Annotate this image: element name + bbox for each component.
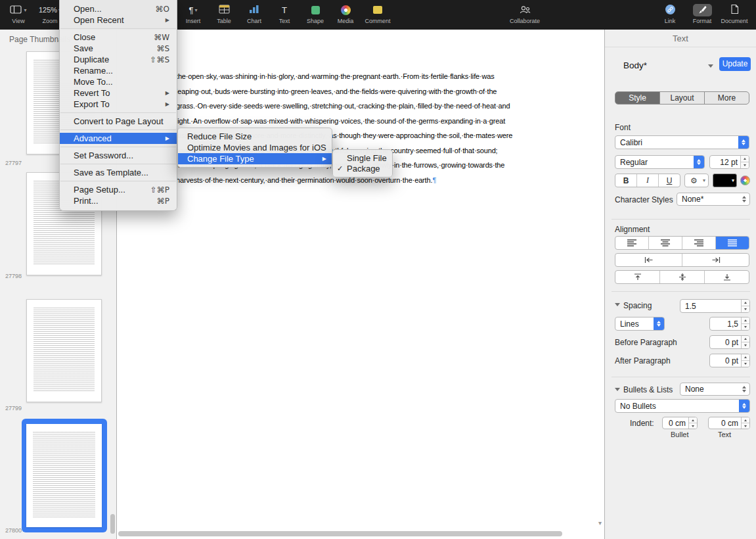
menu-item-print[interactable]: Print...⌘P — [60, 195, 177, 206]
menu-item-set-password[interactable]: Set Password... — [60, 150, 177, 161]
after-paragraph-stepper[interactable]: 0 pt — [709, 354, 750, 367]
shape-button[interactable]: Shape — [301, 3, 330, 24]
before-paragraph-label: Before Paragraph — [615, 338, 677, 347]
menu-item-save[interactable]: Save⌘S — [60, 43, 177, 54]
align-top-button[interactable] — [615, 271, 660, 283]
font-size-stepper[interactable]: 12 pt — [709, 155, 749, 169]
style-popup-arrow-icon[interactable] — [708, 64, 713, 68]
collaborate-button[interactable]: Collaborate — [502, 3, 548, 24]
italic-button[interactable]: I — [637, 174, 659, 187]
color-wheel-button[interactable] — [740, 176, 750, 185]
page-number: 27797 — [5, 160, 22, 166]
horizontal-scrollbar-thumb[interactable] — [118, 531, 562, 536]
stepper-arrows-icon[interactable] — [741, 417, 749, 429]
tab-style[interactable]: Style — [615, 92, 660, 104]
align-justify-button[interactable] — [716, 237, 749, 249]
menu-item-move-to[interactable]: Move To... — [60, 76, 177, 87]
update-button[interactable]: Update — [719, 57, 751, 71]
menu-item-reduce-file-size[interactable]: Reduce File Size — [178, 131, 332, 142]
menu-item-export-to[interactable]: Export To▶ — [60, 99, 177, 110]
menu-item-revert-to[interactable]: Revert To▶ — [60, 87, 177, 99]
popup-arrows-icon — [739, 383, 749, 395]
menu-item-single-file[interactable]: Single File — [333, 152, 392, 164]
format-button[interactable]: Format — [686, 3, 719, 24]
document-button[interactable]: Document — [716, 3, 753, 24]
bullets-disclosure-icon[interactable] — [615, 388, 620, 391]
align-middle-button[interactable] — [660, 271, 705, 283]
menu-item-open-recent[interactable]: Open Recent▶ — [60, 14, 177, 26]
bullet-style-popup[interactable]: No Bullets — [615, 399, 750, 413]
link-button[interactable]: Link — [656, 3, 684, 24]
advanced-font-options-popup[interactable]: ⚙ ▾ — [684, 174, 709, 187]
spacing-mode-popup[interactable]: Lines — [615, 317, 665, 331]
menu-item-duplicate[interactable]: Duplicate⇧⌘S — [60, 54, 177, 65]
table-button[interactable]: Table — [210, 3, 238, 24]
sidebar-scrollbar-thumb[interactable] — [110, 514, 115, 534]
page-thumbnail-27800[interactable] — [26, 424, 102, 527]
decrease-indent-button[interactable] — [615, 254, 682, 266]
format-label: Format — [686, 18, 719, 24]
menu-item-advanced[interactable]: Advanced▶ — [60, 133, 177, 144]
page-number: 27798 — [5, 273, 22, 279]
align-left-button[interactable] — [615, 237, 649, 249]
scroll-down-icon[interactable]: ▾ — [598, 519, 602, 527]
document-canvas[interactable]: the·open·sky,·was·shining·in·his·glory,·… — [117, 30, 604, 539]
page-thumbnail-27799[interactable] — [26, 299, 102, 402]
stepper-arrows-icon[interactable] — [688, 417, 697, 429]
spacing-value-stepper[interactable]: 1,5 — [709, 317, 750, 331]
before-paragraph-stepper[interactable]: 0 pt — [709, 335, 750, 349]
bold-button[interactable]: B — [615, 174, 637, 187]
spacing-disclosure-icon[interactable] — [615, 303, 620, 306]
menu-item-change-file-type[interactable]: Change File Type▶ — [178, 153, 332, 164]
menu-item-close[interactable]: Close⌘W — [60, 32, 177, 43]
format-icon — [693, 4, 712, 16]
selected-thumbnail-highlight — [22, 419, 107, 532]
page-number: 27800 — [5, 527, 22, 534]
bullets-lists-label: Bullets & Lists — [623, 385, 673, 394]
shape-label: Shape — [301, 18, 330, 24]
insert-button[interactable]: ¶▾ Insert — [179, 3, 208, 24]
align-right-button[interactable] — [682, 237, 716, 249]
menu-separator — [60, 28, 176, 29]
paragraph-style-name[interactable]: Body* — [623, 60, 647, 70]
bullet-indent-stepper[interactable]: 0 cm — [662, 417, 698, 429]
comment-icon — [373, 6, 382, 14]
menu-item-page-setup[interactable]: Page Setup...⇧⌘P — [60, 184, 177, 195]
chevron-down-icon: ▾ — [24, 7, 26, 13]
text-button[interactable]: T Text — [270, 3, 299, 24]
stepper-arrows-icon[interactable] — [741, 317, 749, 330]
tab-layout[interactable]: Layout — [660, 92, 705, 104]
inspector-title: Text — [605, 30, 756, 47]
text-color-well[interactable]: ▾ — [713, 174, 737, 187]
stepper-arrows-icon[interactable] — [741, 336, 749, 348]
menu-item-save-as-template[interactable]: Save as Template... — [60, 167, 177, 178]
align-center-button[interactable] — [649, 237, 682, 249]
menu-item-package[interactable]: ✓Package — [333, 164, 392, 175]
increase-indent-button[interactable] — [682, 254, 749, 266]
menu-item-open[interactable]: Open...⌘O — [60, 3, 177, 14]
spacing-preset-combo[interactable]: 1.5 — [680, 299, 750, 313]
page-number: 27799 — [5, 405, 22, 411]
media-button[interactable]: Media — [331, 3, 360, 24]
chart-button[interactable]: Chart — [240, 3, 269, 24]
underline-button[interactable]: U — [659, 174, 680, 187]
bullets-preset-popup[interactable]: None — [680, 383, 750, 396]
comment-button[interactable]: Comment — [361, 3, 394, 24]
menu-item-rename[interactable]: Rename... — [60, 65, 177, 76]
menu-item-optimize-movies[interactable]: Optimize Movies and Images for iOS — [178, 142, 332, 153]
after-paragraph-label: After Paragraph — [615, 356, 671, 365]
character-styles-popup[interactable]: None* — [677, 193, 750, 206]
font-typeface-popup[interactable]: Regular — [615, 155, 705, 169]
view-button[interactable]: ▾ View — [4, 3, 33, 24]
text-indent-stepper[interactable]: 0 cm — [708, 417, 750, 429]
menu-item-convert-to-page-layout[interactable]: Convert to Page Layout — [60, 116, 177, 127]
stepper-arrows-icon[interactable] — [741, 354, 749, 367]
indent-label: Indent: — [630, 419, 654, 428]
stepper-arrows-icon[interactable] — [741, 300, 749, 312]
tab-more[interactable]: More — [705, 92, 749, 104]
stepper-arrows-icon[interactable] — [740, 156, 749, 168]
popup-arrows-icon — [739, 193, 749, 205]
table-label: Table — [210, 18, 238, 24]
font-family-popup[interactable]: Calibri — [615, 135, 749, 149]
align-bottom-button[interactable] — [705, 271, 749, 283]
